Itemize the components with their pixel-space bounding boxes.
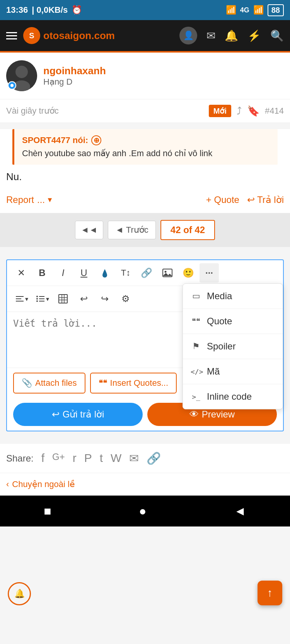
undo-button[interactable]: ↩	[74, 289, 94, 308]
svg-point-4	[165, 271, 167, 273]
status-bar-right: 📶 4G 📶 88	[226, 4, 284, 16]
color-button[interactable]	[95, 263, 114, 283]
top-nav: S otosaigon.com 👤 ✉ 🔔 ⚡ 🔍	[0, 20, 290, 51]
user-section: ngoinhaxanh Hạng D	[0, 53, 290, 99]
more-toolbar-button[interactable]: ···	[200, 263, 219, 283]
link-share-icon[interactable]: 🔗	[147, 451, 161, 465]
align-button[interactable]: ▾	[12, 289, 31, 308]
whatsapp-icon[interactable]: W	[111, 451, 121, 465]
bottom-nav: ■ ● ◄	[0, 496, 290, 526]
lightning-icon[interactable]: ⚡	[247, 29, 261, 42]
italic-button[interactable]: I	[53, 263, 73, 283]
messages-icon[interactable]: ✉	[206, 29, 215, 42]
post-actions: Report ... ▼ + Quote ↩ Trả lời	[0, 189, 290, 213]
post-number: #414	[265, 106, 284, 116]
user-avatar-nav[interactable]: 👤	[179, 27, 197, 44]
status-bar: 13:36 | 0,0KB/s ⏰ 📶 4G 📶 88	[0, 0, 290, 20]
battery-display: 88	[268, 4, 284, 16]
send-button[interactable]: ↩ Gửi trả lời	[13, 403, 143, 426]
report-button[interactable]: Report	[6, 194, 34, 205]
quote-text: Chèn youtube sao mấy anh .Em add nó chỉ …	[22, 148, 270, 158]
back-arrow-icon: ‹	[6, 479, 9, 489]
quote-block: SPORT4477 nói: ⊕ Chèn youtube sao mấy an…	[12, 129, 278, 165]
user-info: ngoinhaxanh Hạng D	[43, 65, 106, 87]
dropdown-inline-code[interactable]: >_ Inline code	[183, 384, 283, 409]
prev-page-button[interactable]: ◄ Trước	[108, 221, 155, 239]
emoji-button[interactable]: 🙂	[179, 263, 198, 283]
eraser-button[interactable]: ✕	[12, 263, 31, 283]
square-button[interactable]: ■	[44, 504, 51, 518]
attach-files-button[interactable]: 📎 Attach files	[13, 373, 85, 394]
username[interactable]: ngoinhaxanh	[43, 65, 106, 77]
share-icon[interactable]: ⤴	[237, 105, 242, 117]
code-icon: </>	[191, 368, 201, 376]
list-button[interactable]: ▾	[32, 289, 52, 308]
new-badge: Mới	[209, 105, 231, 117]
logo-area[interactable]: S otosaigon.com	[23, 27, 173, 44]
eye-icon: 👁	[189, 409, 199, 420]
tumblr-icon[interactable]: t	[100, 451, 103, 465]
image-button[interactable]	[158, 263, 177, 283]
quote-arrow-icon: ⊕	[91, 135, 101, 145]
redo-button[interactable]: ↪	[95, 289, 114, 308]
media-icon: ▭	[191, 291, 201, 301]
up-arrow-icon: ↑	[267, 587, 273, 599]
home-button[interactable]: ●	[139, 504, 146, 518]
back-button[interactable]: ◄	[234, 504, 246, 518]
share-label: Share:	[6, 453, 34, 464]
svg-point-12	[36, 300, 38, 302]
google-plus-icon[interactable]: G+	[52, 451, 65, 465]
settings-button[interactable]: ⚙	[116, 289, 135, 308]
post-content: Nu.	[0, 165, 290, 189]
user-avatar[interactable]	[6, 60, 37, 91]
link-button[interactable]: 🔗	[137, 263, 156, 283]
editor-toolbar-row1: ✕ B I U T↕ 🔗 🙂 ··· ▭ Media ❝❝	[7, 260, 283, 286]
attach-label: Attach files	[35, 378, 77, 388]
inline-code-label: Inline code	[207, 391, 252, 402]
dropdown-media[interactable]: ▭ Media	[183, 284, 283, 309]
spoiler-label: Spoiler	[207, 341, 236, 352]
hamburger-menu[interactable]	[6, 32, 17, 39]
font-size-button[interactable]: T↕	[116, 263, 135, 283]
search-icon[interactable]: 🔍	[270, 29, 284, 42]
status-bar-left: 13:36 | 0,0KB/s ⏰	[6, 5, 82, 15]
dropdown-code[interactable]: </> Mã	[183, 359, 283, 384]
editor-section: ✕ B I U T↕ 🔗 🙂 ··· ▭ Media ❝❝	[6, 259, 284, 431]
notification-circle[interactable]: 🔔	[8, 582, 31, 605]
signal-icon: 📶	[226, 5, 236, 15]
dropdown-quote[interactable]: ❝❝ Quote	[183, 309, 283, 334]
paperclip-icon: 📎	[22, 378, 32, 388]
email-share-icon[interactable]: ✉	[129, 451, 139, 465]
post-meta-right: Mới ⤴ 🔖 #414	[209, 105, 284, 117]
reddit-icon[interactable]: r	[73, 451, 77, 465]
more-button[interactable]: ... ▼	[37, 194, 53, 205]
quote-username: SPORT4477 nói:	[22, 135, 88, 145]
inline-code-icon: >_	[191, 393, 201, 401]
svg-rect-14	[59, 295, 67, 303]
table-button[interactable]	[53, 289, 73, 308]
post-body: Nu.	[6, 171, 284, 189]
bold-button[interactable]: B	[32, 263, 52, 283]
reply-button[interactable]: ↩ Trả lời	[247, 194, 284, 205]
notifications-icon[interactable]: 🔔	[225, 29, 238, 42]
scroll-up-fab[interactable]: ↑	[258, 581, 282, 605]
dropdown-menu: ▭ Media ❝❝ Quote ⚑ Spoiler </> Mã >_ I	[183, 283, 283, 409]
insert-quotes-button[interactable]: ❝❝ Insert Quotes...	[90, 373, 177, 394]
bell-icon: 🔔	[14, 589, 25, 599]
insert-quotes-label: Insert Quotes...	[110, 378, 168, 388]
facebook-icon[interactable]: f	[41, 451, 44, 465]
preview-label: Preview	[202, 409, 235, 420]
bookmark-icon[interactable]: 🔖	[247, 105, 259, 117]
back-link[interactable]: ‹ Chuyện ngoài lề	[6, 479, 284, 489]
send-label: Gửi trả lời	[63, 409, 104, 420]
quote-button[interactable]: + Quote	[206, 194, 239, 205]
back-nav: ‹ Chuyện ngoài lề	[0, 473, 290, 496]
action-right: + Quote ↩ Trả lời	[206, 194, 284, 205]
nav-icons: 👤 ✉ 🔔 ⚡ 🔍	[179, 27, 284, 44]
first-page-button[interactable]: ◄◄	[75, 221, 104, 239]
svg-point-10	[36, 298, 38, 300]
dropdown-spoiler[interactable]: ⚑ Spoiler	[183, 334, 283, 359]
underline-button[interactable]: U	[74, 263, 94, 283]
pinterest-icon[interactable]: P	[84, 451, 92, 465]
svg-point-1	[15, 66, 28, 78]
